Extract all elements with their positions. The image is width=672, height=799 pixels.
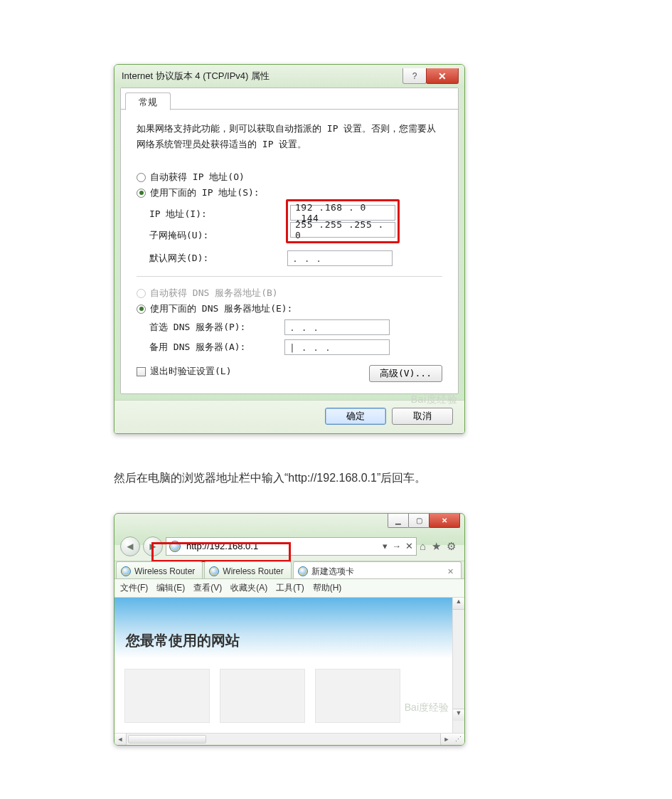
tile[interactable]	[315, 669, 400, 723]
subnet-mask-input[interactable]: 255 .255 .255 . 0	[290, 222, 395, 238]
dialog-body: 常规 如果网络支持此功能，则可以获取自动指派的 IP 设置。否则，您需要从网络系…	[120, 88, 459, 394]
radio-auto-ip-label: 自动获得 IP 地址(O)	[150, 171, 245, 184]
instruction-text: 然后在电脑的浏览器地址栏中输入“http://192.168.0.1”后回车。	[114, 468, 569, 489]
close-icon: ✕	[438, 70, 447, 82]
highlight-box-ip: 192 .168 . 0 .144 255 .255 .255 . 0	[286, 199, 400, 243]
advanced-button[interactable]: 高级(V)...	[369, 365, 442, 382]
menu-help[interactable]: 帮助(H)	[313, 582, 342, 594]
tile[interactable]	[124, 669, 210, 723]
scroll-right-icon[interactable]: ►	[440, 734, 452, 745]
address-dropdown-icon[interactable]: ▾	[383, 541, 388, 551]
cancel-button[interactable]: 取消	[392, 408, 453, 425]
ie-icon	[169, 541, 181, 552]
scroll-down-icon[interactable]: ▼	[453, 709, 464, 721]
menu-view[interactable]: 查看(V)	[193, 582, 222, 594]
radio-use-ip[interactable]	[137, 189, 146, 198]
maximize-button[interactable]: ▢	[408, 514, 430, 528]
validate-on-exit-label: 退出时验证设置(L)	[150, 365, 231, 378]
ie-icon	[121, 566, 131, 576]
scroll-up-icon[interactable]: ▲	[453, 598, 464, 610]
label-default-gateway: 默认网关(D):	[149, 252, 284, 265]
menu-tools[interactable]: 工具(T)	[276, 582, 304, 594]
stop-icon[interactable]: ✕	[405, 541, 413, 551]
menu-fav[interactable]: 收藏夹(A)	[230, 582, 267, 594]
description-text: 如果网络支持此功能，则可以获取自动指派的 IP 设置。否则，您需要从网络系统管理…	[137, 121, 442, 152]
ie-content-area: 您最常使用的网站 ▲ ▼ Bai度经验	[114, 598, 464, 733]
dialog-actions: 确定 取消	[114, 400, 464, 433]
back-button[interactable]: ◄	[120, 536, 140, 556]
tab-content: 如果网络支持此功能，则可以获取自动指派的 IP 设置。否则，您需要从网络系统管理…	[121, 110, 458, 393]
tools-icon[interactable]: ⚙	[447, 540, 456, 553]
horizontal-scrollbar[interactable]: ◄ ► ⋰	[114, 733, 464, 745]
window-close-button[interactable]: ✕	[429, 514, 460, 528]
ok-button[interactable]: 确定	[325, 408, 386, 425]
tab-strip: 常规	[121, 88, 458, 110]
radio-auto-dns	[137, 289, 146, 298]
home-icon[interactable]: ⌂	[420, 540, 426, 552]
ipv4-properties-dialog: Internet 协议版本 4 (TCP/IPv4) 属性 ? ✕ 常规 如果网…	[114, 64, 465, 434]
help-button[interactable]: ?	[402, 68, 427, 84]
tab-label: Wireless Router	[223, 566, 283, 576]
speed-dial-tiles	[114, 659, 464, 733]
validate-on-exit-checkbox[interactable]	[137, 367, 146, 376]
tab-close-icon[interactable]: ✕	[447, 567, 454, 576]
vertical-scrollbar[interactable]: ▲ ▼	[452, 598, 464, 733]
label-ip: IP 地址(I):	[149, 208, 284, 221]
separator	[137, 276, 442, 277]
go-icon[interactable]: →	[392, 541, 401, 551]
radio-use-ip-label: 使用下面的 IP 地址(S):	[150, 186, 260, 199]
ie-menu-bar: 文件(F) 编辑(E) 查看(V) 收藏夹(A) 工具(T) 帮助(H)	[114, 579, 464, 598]
forward-button[interactable]: ►	[143, 536, 163, 556]
scroll-thumb[interactable]	[128, 735, 206, 744]
ie-icon	[298, 566, 308, 576]
tab-new[interactable]: 新建选项卡 ✕	[293, 561, 462, 578]
gateway-input[interactable]: . . .	[287, 250, 393, 266]
minimize-button[interactable]: ▁	[388, 514, 409, 528]
label-preferred-dns: 首选 DNS 服务器(P):	[149, 321, 284, 334]
radio-use-dns[interactable]	[137, 305, 146, 314]
radio-auto-dns-label: 自动获得 DNS 服务器地址(B)	[150, 287, 278, 300]
banner: 您最常使用的网站	[114, 598, 464, 659]
ie-tab-strip: Wireless Router Wireless Router 新建选项卡 ✕	[114, 561, 464, 579]
menu-edit[interactable]: 编辑(E)	[156, 582, 185, 594]
ie-nav-bar: ◄ ► ▾ → ✕ ⌂ ★ ⚙	[114, 534, 464, 561]
tab-label: Wireless Router	[134, 566, 195, 576]
label-subnet-mask: 子网掩码(U):	[149, 229, 284, 242]
address-input[interactable]	[185, 539, 383, 554]
close-button[interactable]: ✕	[426, 68, 459, 84]
ie-icon	[209, 566, 219, 576]
tab-wireless-router-2[interactable]: Wireless Router	[204, 561, 291, 578]
tile[interactable]	[220, 669, 305, 723]
ip-address-input[interactable]: 192 .168 . 0 .144	[290, 205, 395, 221]
dialog-title: Internet 协议版本 4 (TCP/IPv4) 属性	[122, 70, 403, 83]
alternate-dns-input[interactable]: | . . .	[284, 339, 390, 355]
ie-titlebar: ▁ ▢ ✕	[114, 514, 464, 534]
tab-general[interactable]: 常规	[125, 92, 171, 110]
dialog-titlebar: Internet 协议版本 4 (TCP/IPv4) 属性 ? ✕	[114, 65, 464, 88]
radio-use-dns-label: 使用下面的 DNS 服务器地址(E):	[150, 302, 292, 315]
menu-file[interactable]: 文件(F)	[120, 582, 148, 594]
radio-auto-ip[interactable]	[137, 173, 146, 182]
ie-browser-window: ▁ ▢ ✕ ◄ ► ▾ → ✕ ⌂ ★ ⚙	[114, 513, 465, 746]
address-bar[interactable]: ▾ → ✕	[166, 537, 417, 556]
label-alternate-dns: 备用 DNS 服务器(A):	[149, 341, 284, 354]
banner-heading: 您最常使用的网站	[126, 631, 240, 650]
favorites-icon[interactable]: ★	[432, 540, 441, 553]
tab-wireless-router-1[interactable]: Wireless Router	[116, 561, 203, 578]
preferred-dns-input[interactable]: . . .	[284, 319, 390, 335]
resize-grip-icon[interactable]: ⋰	[452, 734, 464, 745]
tab-label: 新建选项卡	[311, 566, 354, 578]
scroll-left-icon[interactable]: ◄	[114, 734, 127, 745]
